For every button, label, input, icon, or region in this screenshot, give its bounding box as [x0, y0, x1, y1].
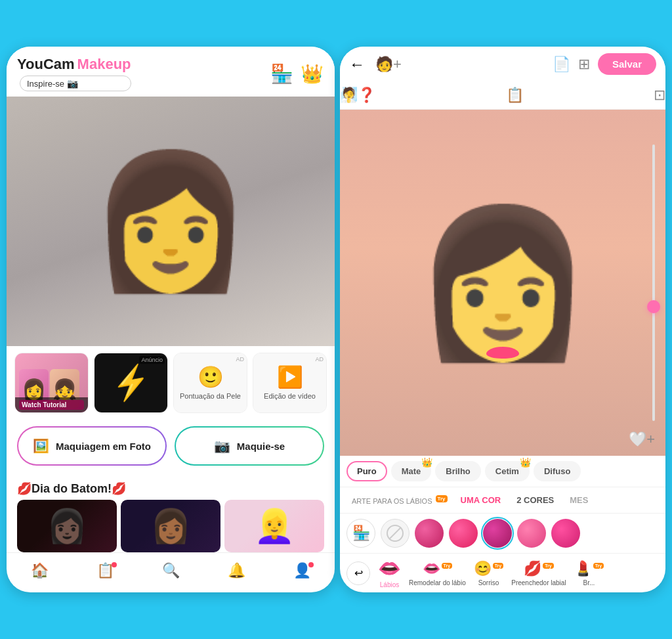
br-icon: 💄Try	[574, 560, 604, 577]
svg-line-1	[389, 527, 401, 539]
lip-shape-sorriso[interactable]: 😊Try Sorriso	[474, 560, 504, 586]
lip-image-2[interactable]: 👩🏾	[121, 500, 220, 552]
compare-icon[interactable]: ⊞	[578, 56, 590, 73]
undo-button[interactable]: ↩	[346, 562, 370, 585]
app-title-makeup: Makeup	[77, 56, 131, 73]
lip-image-1[interactable]: 👩🏿	[17, 500, 117, 552]
search-nav-icon: 🔍	[162, 562, 180, 579]
ad-edicao[interactable]: ▶️ Edição de vídeo AD	[253, 353, 327, 413]
add-person-icon[interactable]: 🧑+	[375, 56, 402, 73]
nav-bell[interactable]: 🔔	[228, 562, 245, 579]
tab-cetim[interactable]: Cetim 👑	[485, 461, 530, 481]
edicao-label: Edição de vídeo	[264, 392, 316, 401]
document-icon[interactable]: 📄	[553, 56, 570, 73]
swatch-pink-2[interactable]	[449, 519, 478, 548]
back-arrow-icon[interactable]: ←	[349, 55, 365, 74]
br-label: Br...	[583, 579, 595, 586]
ads-row: 👩 👧 Watch Tutorial Anúncio ⚡ 🙂	[7, 346, 335, 420]
header-icons: 🏪 👑	[269, 61, 324, 86]
swatch-pink-3-selected[interactable]	[483, 519, 512, 548]
model-photo: 👩 🤍+	[340, 110, 665, 456]
section-title: 💋Dia do Batom!💋	[7, 476, 335, 500]
arte-labios-label: ARTE PARA OS LÁBIOS Try	[346, 493, 453, 508]
remodelar-label: Remodelar do lábio	[409, 579, 466, 586]
tab-brilho[interactable]: Brilho	[435, 461, 481, 481]
face-tutorial-icon[interactable]: 🧖	[340, 87, 358, 104]
tab-uma-cor[interactable]: UMA COR	[453, 493, 509, 508]
watch-tutorial-label: Watch Tutorial	[19, 400, 84, 410]
save-button[interactable]: Salvar	[598, 53, 656, 75]
profile-notification-dot	[308, 562, 314, 567]
ad-label2: AD	[236, 356, 244, 363]
tab-mes[interactable]: MES	[562, 493, 596, 508]
hero-image: 👩	[7, 97, 335, 346]
nav-profile[interactable]: 👤	[293, 562, 311, 579]
tab-2-cores[interactable]: 2 CORES	[509, 493, 562, 508]
lip-shape-row: ↩ 👄 Lábios 👄Try Remodelar do lábio 😊Try …	[340, 554, 665, 592]
camera-btn-label: Maquie-se	[237, 441, 285, 452]
video-icon: ▶️	[277, 364, 303, 389]
swatch-pink-4[interactable]	[517, 519, 546, 548]
arte-try-badge: Try	[436, 495, 448, 502]
swatch-pink-1[interactable]	[415, 519, 444, 548]
lip-shape-remodelar[interactable]: 👄Try Remodelar do lábio	[409, 560, 466, 586]
swatch-no-color[interactable]	[381, 519, 410, 548]
pontuacao-label: Pontuação da Pele	[180, 392, 241, 401]
ad-watch-tutorial[interactable]: 👩 👧 Watch Tutorial	[14, 353, 89, 413]
compare-split-icon[interactable]: ⊡	[654, 87, 665, 104]
right-header-left-icons: ← 🧑+	[349, 55, 402, 74]
photo-icon: 🖼️	[33, 438, 49, 454]
heart-add-button[interactable]: 🤍+	[629, 431, 655, 448]
ad-pontuacao[interactable]: 🙂 Pontuação da Pele AD	[173, 353, 247, 413]
bell-icon: 🔔	[228, 562, 245, 579]
sorriso-icon: 😊Try	[474, 560, 504, 577]
preenchedor-label: Preenchedor labial	[511, 579, 566, 586]
slider-track	[652, 144, 655, 422]
tab-mate[interactable]: Mate 👑	[391, 461, 432, 481]
lip-shape-preenchedor[interactable]: 💋Try Preenchedor labial	[511, 560, 566, 586]
ad-label-edicao: AD	[315, 356, 324, 363]
bolt-icon: ⚡	[108, 361, 154, 405]
lip-style-tabs: Puro Mate 👑 Brilho Cetim 👑 Difuso	[340, 456, 665, 487]
nav-feed[interactable]: 📋	[96, 562, 114, 579]
swatch-store[interactable]: 🏪	[346, 519, 375, 548]
bottom-nav: 🏠 📋 🔍 🔔 👤	[7, 552, 335, 592]
color-mode-tabs: ARTE PARA OS LÁBIOS Try UMA COR 2 CORES …	[340, 487, 665, 514]
notes-icon[interactable]: 📋	[506, 87, 524, 104]
main-image-area: 👩 🤍+	[340, 110, 665, 456]
camera-icon: 📷	[214, 438, 230, 454]
help-icon[interactable]: ❓	[358, 87, 375, 104]
mate-crown-badge: 👑	[421, 457, 432, 468]
right-toolbar: 🧖 ❓ 📋 ⊡	[340, 81, 665, 110]
makeup-photo-button[interactable]: 🖼️ Maquiagem em Foto	[17, 426, 167, 466]
left-header: YouCam Makeup Inspire-se 📷 🏪 👑	[7, 47, 335, 97]
color-swatches: 🏪	[340, 514, 665, 554]
store-icon-btn[interactable]: 🏪	[269, 61, 294, 86]
home-icon: 🏠	[31, 562, 49, 579]
app-title-youcam: YouCam	[17, 56, 75, 73]
lip-shape-br[interactable]: 💄Try Br...	[574, 560, 604, 586]
app-title: YouCam Makeup	[17, 56, 131, 73]
model-face-emoji: 👩	[413, 198, 593, 368]
slider-thumb[interactable]	[647, 300, 660, 313]
feed-notification-dot	[112, 562, 117, 567]
inspire-badge[interactable]: Inspire-se 📷	[20, 76, 131, 91]
inspire-label: Inspire-se	[27, 79, 64, 89]
hero-woman: 👩	[7, 97, 335, 346]
tab-puro[interactable]: Puro	[346, 461, 387, 481]
preenchedor-icon: 💋Try	[524, 560, 554, 577]
photo-btn-label: Maquiagem em Foto	[56, 441, 151, 452]
cetim-crown-badge: 👑	[520, 457, 531, 468]
nav-home[interactable]: 🏠	[31, 562, 49, 579]
lip-shape-labios[interactable]: 👄 Lábios	[378, 558, 401, 588]
right-header: ← 🧑+ 📄 ⊞ Salvar	[340, 47, 665, 81]
instagram-icon: 📷	[67, 78, 78, 89]
ad-bolt[interactable]: Anúncio ⚡	[94, 353, 168, 413]
lip-image-3[interactable]: 👱‍♀️	[224, 500, 324, 552]
swatch-pink-5[interactable]	[551, 519, 580, 548]
nav-search[interactable]: 🔍	[162, 562, 180, 579]
maquie-se-button[interactable]: 📷 Maquie-se	[175, 426, 324, 466]
crown-icon-btn[interactable]: 👑	[299, 61, 324, 86]
right-phone: ← 🧑+ 📄 ⊞ Salvar 🧖 ❓ 📋 ⊡ 👩	[340, 47, 665, 592]
tab-difuso[interactable]: Difuso	[534, 461, 581, 481]
